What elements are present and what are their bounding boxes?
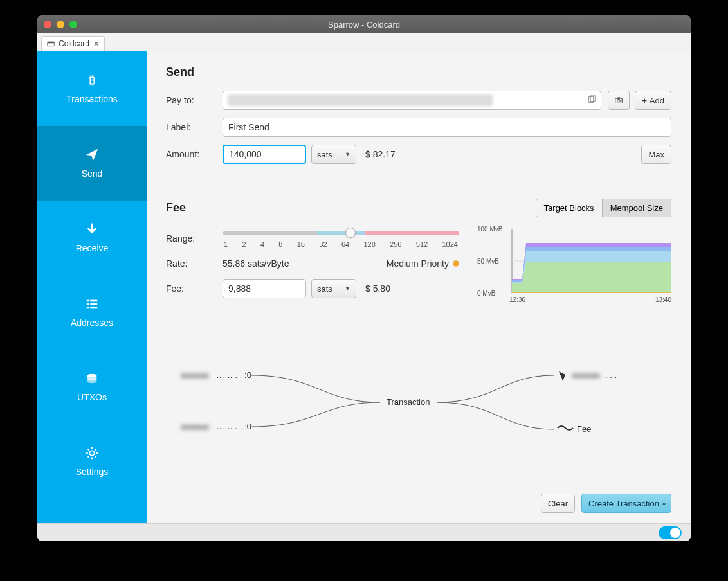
sidebar-item-label: Addresses (71, 317, 113, 328)
amount-unit-select[interactable]: sats ▼ (311, 145, 356, 164)
priority-label: Medium Priority (387, 258, 449, 269)
fee-mode-segment: Target Blocks Mempool Size (536, 199, 671, 217)
max-button-label: Max (648, 150, 664, 159)
svg-rect-4 (90, 300, 97, 302)
tx-output-0-suffix: . . . (605, 370, 617, 380)
transaction-diagram: aaaaaa …… . . :0 aaaaaa …… . . :0 Transa… (166, 357, 671, 447)
fee-unit-select[interactable]: sats ▼ (311, 279, 356, 298)
max-button[interactable]: Max (641, 145, 671, 164)
payto-label: Pay to: (166, 95, 223, 105)
svg-rect-1 (48, 42, 55, 43)
clear-button-label: Clear (548, 499, 568, 508)
label-input[interactable] (223, 118, 671, 137)
tx-output-0: aaaaaa (572, 370, 600, 380)
fee-label: Fee: (166, 283, 223, 294)
fee-input[interactable] (223, 279, 306, 298)
toggle-knob (670, 528, 680, 538)
svg-rect-8 (90, 307, 97, 309)
tx-center-label: Transaction (387, 397, 430, 407)
amount-unit-label: sats (317, 150, 332, 159)
slider-ticks: 12481632641282565121024 (223, 240, 459, 248)
app-window: Sparrow - Coldcard Coldcard ✕ ₿ Transact… (37, 15, 691, 541)
chevron-right-icon: » (662, 499, 664, 507)
sidebar-item-label: Send (82, 168, 103, 179)
sidebar-item-send[interactable]: Send (37, 126, 147, 201)
wallet-tab-label: Coldcard (59, 39, 89, 48)
tx-input-1: aaaaaa (181, 422, 209, 431)
svg-rect-3 (87, 300, 89, 302)
sidebar-item-transactions[interactable]: ₿ Transactions (37, 51, 147, 126)
close-tab-button[interactable]: ✕ (93, 40, 99, 48)
create-transaction-label: Create Transaction (588, 499, 659, 508)
titlebar[interactable]: Sparrow - Coldcard (37, 15, 691, 33)
svg-rect-6 (90, 303, 97, 305)
plus-icon: + (642, 96, 647, 105)
bitcoin-icon: ₿ (85, 73, 99, 87)
priority-indicator: Medium Priority (387, 258, 459, 269)
paper-plane-icon (559, 371, 565, 381)
svg-point-14 (617, 100, 621, 103)
rate-label: Rate: (166, 258, 223, 269)
arrow-down-icon (85, 222, 99, 237)
target-blocks-tab[interactable]: Target Blocks (536, 199, 602, 217)
window-title: Sparrow - Coldcard (37, 20, 691, 30)
rate-value: 55.86 sats/vByte (223, 258, 289, 269)
mempool-chart: 100 MvB 50 MvB 0 MvB 12:36 13:40 (478, 229, 671, 293)
wallet-tab[interactable]: Coldcard ✕ (41, 36, 105, 51)
sidebar-item-addresses[interactable]: Addresses (37, 275, 147, 350)
fee-unit-label: sats (317, 284, 332, 294)
connection-toggle[interactable] (659, 526, 682, 539)
label-label: Label: (166, 122, 223, 132)
tab-bar: Coldcard ✕ (37, 33, 691, 51)
wave-icon (558, 426, 573, 430)
main-panel: Send Pay to: + Add Label: (147, 51, 691, 523)
copy-icon[interactable] (587, 95, 596, 104)
sidebar-item-utxos[interactable]: UTXOs (37, 350, 147, 424)
add-button-label: Add (650, 96, 664, 105)
priority-dot-icon (453, 260, 459, 267)
sidebar: ₿ Transactions Send Receive Addresses UT… (37, 51, 147, 523)
tx-input-1-suffix: …… . . :0 (216, 422, 251, 431)
fee-heading: Fee (166, 201, 186, 215)
slider-thumb[interactable] (345, 228, 356, 238)
range-label: Range: (166, 233, 223, 244)
list-icon (85, 297, 99, 311)
sidebar-item-label: Receive (76, 243, 109, 253)
status-bar (37, 523, 691, 541)
sidebar-item-settings[interactable]: Settings (37, 424, 147, 499)
chart-xtick: 12:36 (509, 296, 525, 303)
chart-ytick: 100 MvB (477, 226, 502, 233)
fee-range-slider[interactable]: 12481632641282565121024 (223, 229, 459, 248)
chevron-down-icon: ▼ (345, 285, 350, 292)
amount-label: Amount: (166, 149, 223, 159)
svg-rect-15 (617, 98, 621, 99)
tx-input-0: aaaaaa (181, 370, 209, 380)
mempool-size-tab[interactable]: Mempool Size (602, 199, 671, 217)
wallet-icon (47, 40, 55, 48)
gear-icon (85, 446, 99, 460)
sidebar-item-receive[interactable]: Receive (37, 201, 147, 275)
create-transaction-button[interactable]: Create Transaction » (581, 494, 671, 513)
scan-qr-button[interactable] (608, 91, 630, 110)
svg-rect-7 (87, 307, 89, 309)
amount-usd-value: $ 82.17 (365, 149, 396, 159)
chart-xtick: 13:40 (655, 296, 671, 303)
add-recipient-button[interactable]: + Add (635, 91, 671, 110)
sidebar-item-label: Settings (76, 467, 109, 477)
paper-plane-icon (85, 148, 99, 162)
svg-rect-5 (87, 303, 89, 305)
chart-ytick: 50 MvB (477, 258, 499, 265)
sidebar-item-label: UTXOs (77, 392, 107, 402)
tx-output-fee-label: Fee (577, 424, 591, 434)
tx-input-0-suffix: …… . . :0 (216, 370, 251, 380)
coins-icon (85, 371, 99, 386)
clear-button[interactable]: Clear (541, 494, 575, 513)
send-heading: Send (166, 66, 671, 79)
payto-redacted (228, 94, 493, 106)
chart-ytick: 0 MvB (477, 290, 495, 297)
amount-input[interactable] (223, 145, 306, 164)
chevron-down-icon: ▼ (345, 151, 350, 157)
svg-point-10 (89, 451, 94, 455)
svg-text:₿: ₿ (89, 73, 95, 87)
sidebar-item-label: Transactions (66, 94, 118, 104)
